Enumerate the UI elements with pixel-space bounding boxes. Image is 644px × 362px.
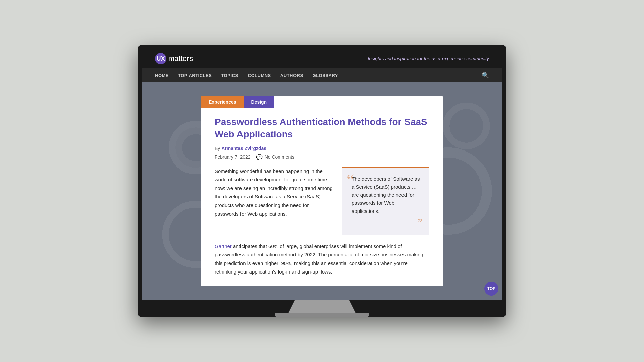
nav-link-top-articles[interactable]: TOP ARTICLES: [178, 73, 212, 78]
nav-link-columns[interactable]: COLUMNS: [248, 73, 271, 78]
nav-item-columns[interactable]: COLUMNS: [248, 72, 271, 78]
article-tags: Experiences Design: [201, 96, 443, 108]
article-meta: By Armantas Zvirgzdas: [215, 146, 429, 151]
search-button[interactable]: 🔍: [482, 72, 489, 79]
article-intro-text: Something wonderful has been happening i…: [215, 167, 334, 218]
article-by-label: By Armantas Zvirgzdas: [215, 146, 266, 151]
article-author-link[interactable]: Armantas Zvirgzdas: [221, 146, 266, 151]
article-body-text: Gartner anticipates that 60% of large, g…: [215, 242, 429, 276]
article-date: February 7, 2022 💬 No Comments: [215, 154, 429, 160]
nav-links-list: HOME TOP ARTICLES TOPICS COLUMNS AUTHORS…: [155, 72, 338, 78]
pullquote-text: The developers of Software as a Service …: [349, 175, 423, 215]
search-icon: 🔍: [482, 72, 489, 79]
quote-close-icon: ”: [349, 217, 423, 229]
monitor-stand: [288, 300, 356, 313]
tag-design[interactable]: Design: [244, 96, 274, 108]
article-title: Passwordless Authentication Methods for …: [215, 116, 429, 140]
pullquote-column: “ The developers of Software as a Servic…: [342, 167, 429, 235]
article-columns: Something wonderful has been happening i…: [215, 167, 429, 235]
pullquote-box: “ The developers of Software as a Servic…: [342, 167, 429, 235]
logo-area: UX matters: [155, 53, 193, 64]
article-body: Passwordless Authentication Methods for …: [201, 108, 443, 276]
gartner-link[interactable]: Gartner: [215, 243, 232, 249]
nav-item-authors[interactable]: AUTHORS: [280, 72, 303, 78]
nav-item-top-articles[interactable]: TOP ARTICLES: [178, 72, 212, 78]
monitor-screen: UX matters Insights and inspiration for …: [142, 49, 502, 300]
monitor-base: [275, 313, 369, 317]
comments-count: No Comments: [265, 154, 294, 160]
site-tagline: Insights and inspiration for the user ex…: [368, 56, 489, 61]
comment-icon: 💬: [256, 154, 263, 160]
nav-link-glossary[interactable]: GLOSSARY: [313, 73, 338, 78]
nav-link-home[interactable]: HOME: [155, 73, 169, 78]
nav-item-glossary[interactable]: GLOSSARY: [313, 72, 338, 78]
site-nav: HOME TOP ARTICLES TOPICS COLUMNS AUTHORS…: [142, 68, 502, 82]
article-card: Experiences Design Passwordless Authenti…: [201, 96, 443, 286]
logo-matters-text: matters: [168, 54, 193, 63]
top-button[interactable]: TOP: [484, 282, 498, 296]
site-header: UX matters Insights and inspiration for …: [142, 49, 502, 68]
content-background: Experiences Design Passwordless Authenti…: [142, 82, 502, 300]
tag-experiences[interactable]: Experiences: [201, 96, 244, 108]
nav-link-topics[interactable]: TOPICS: [221, 73, 238, 78]
body-text-continuation: anticipates that 60% of large, global en…: [215, 243, 423, 275]
quote-open-icon: “: [347, 174, 354, 186]
logo-ux-circle: UX: [155, 53, 166, 64]
nav-item-topics[interactable]: TOPICS: [221, 72, 238, 78]
nav-item-home[interactable]: HOME: [155, 72, 169, 78]
monitor: UX matters Insights and inspiration for …: [138, 45, 506, 317]
nav-link-authors[interactable]: AUTHORS: [280, 73, 303, 78]
date-text: February 7, 2022: [215, 154, 251, 160]
comments-link[interactable]: 💬 No Comments: [256, 154, 294, 160]
